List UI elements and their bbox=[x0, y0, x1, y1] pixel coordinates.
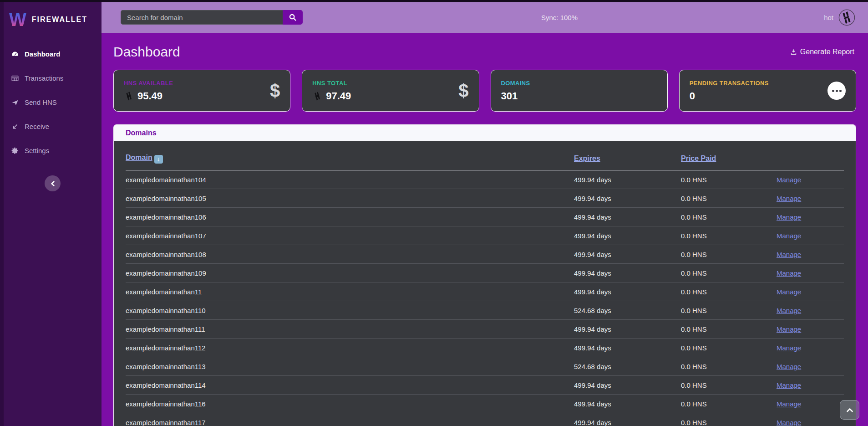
dollar-icon: $ bbox=[270, 81, 280, 101]
generate-report-label: Generate Report bbox=[800, 48, 854, 56]
sidebar-item-label: Settings bbox=[25, 147, 49, 154]
ellipsis-menu-icon[interactable] bbox=[827, 82, 846, 100]
sidebar-item-label: Receive bbox=[25, 123, 49, 130]
table-row: exampledomainnathan11 499.94 days 0.0 HN… bbox=[126, 282, 844, 301]
sidebar-item-receive[interactable]: Receive bbox=[4, 114, 102, 139]
price-paid-cell: 0.0 HNS bbox=[681, 282, 777, 301]
table-row: exampledomainnathan116 499.94 days 0.0 H… bbox=[126, 395, 844, 413]
table-row: exampledomainnathan108 499.94 days 0.0 H… bbox=[126, 245, 844, 264]
manage-link[interactable]: Manage bbox=[777, 195, 801, 202]
card-value: 301 bbox=[501, 90, 518, 102]
sidebar-item-settings[interactable]: Settings bbox=[4, 139, 102, 163]
card-label: HNS TOTAL bbox=[312, 80, 351, 87]
manage-link[interactable]: Manage bbox=[777, 288, 801, 296]
sidebar-item-send-hns[interactable]: Send HNS bbox=[4, 90, 102, 114]
manage-link[interactable]: Manage bbox=[777, 400, 801, 408]
manage-link[interactable]: Manage bbox=[777, 213, 801, 221]
expires-cell: 499.94 days bbox=[574, 339, 681, 357]
expires-cell: 499.94 days bbox=[574, 376, 681, 395]
manage-link[interactable]: Manage bbox=[777, 344, 801, 352]
sidebar: W FIREWALLET Dashboard Transactions Send… bbox=[0, 0, 102, 426]
paper-plane-icon bbox=[11, 98, 19, 107]
price-paid-cell: 0.0 HNS bbox=[681, 264, 777, 282]
card-label: DOMAINS bbox=[501, 80, 530, 87]
domain-name-cell: exampledomainnathan113 bbox=[126, 357, 574, 376]
scroll-to-top-button[interactable] bbox=[840, 400, 859, 420]
price-paid-cell: 0.0 HNS bbox=[681, 376, 777, 395]
dollar-icon: $ bbox=[458, 81, 468, 101]
price-paid-cell: 0.0 HNS bbox=[681, 301, 777, 320]
column-header-expires: Expires bbox=[574, 141, 681, 170]
column-header-price-paid: Price Paid bbox=[681, 141, 777, 170]
search-button[interactable] bbox=[283, 10, 303, 25]
sidebar-nav: Dashboard Transactions Send HNS Receive bbox=[4, 42, 102, 163]
domain-name-cell: exampledomainnathan114 bbox=[126, 376, 574, 395]
price-paid-cell: 0.0 HNS bbox=[681, 208, 777, 226]
sort-price-link[interactable]: Price Paid bbox=[681, 154, 716, 162]
expires-cell: 499.94 days bbox=[574, 208, 681, 226]
domain-name-cell: exampledomainnathan106 bbox=[126, 208, 574, 226]
hns-coin-icon bbox=[124, 91, 134, 101]
domain-name-cell: exampledomainnathan107 bbox=[126, 226, 574, 245]
domain-name-cell: exampledomainnathan104 bbox=[126, 170, 574, 189]
manage-link[interactable]: Manage bbox=[777, 419, 801, 426]
manage-link[interactable]: Manage bbox=[777, 176, 801, 184]
tachometer-icon bbox=[11, 50, 19, 58]
domains-table-body: exampledomainnathan104 499.94 days 0.0 H… bbox=[126, 170, 844, 426]
sort-expires-link[interactable]: Expires bbox=[574, 154, 600, 162]
table-row: exampledomainnathan113 524.68 days 0.0 H… bbox=[126, 357, 844, 376]
domain-name-cell: exampledomainnathan111 bbox=[126, 320, 574, 339]
price-paid-cell: 0.0 HNS bbox=[681, 395, 777, 413]
stat-cards: HNS AVAILABLE 95.49 $ HNS TOTAL bbox=[102, 60, 868, 112]
column-header-domain: Domain↓ bbox=[126, 141, 574, 170]
table-row: exampledomainnathan110 524.68 days 0.0 H… bbox=[126, 301, 844, 320]
domain-name-cell: exampledomainnathan11 bbox=[126, 282, 574, 301]
manage-link[interactable]: Manage bbox=[777, 325, 801, 333]
domain-name-cell: exampledomainnathan112 bbox=[126, 339, 574, 357]
price-paid-cell: 0.0 HNS bbox=[681, 413, 777, 426]
expires-cell: 499.94 days bbox=[574, 245, 681, 264]
manage-link[interactable]: Manage bbox=[777, 307, 801, 314]
price-paid-cell: 0.0 HNS bbox=[681, 245, 777, 264]
sort-down-icon: ↓ bbox=[154, 155, 163, 164]
topbar: Sync: 100% hot bbox=[102, 2, 868, 33]
card-domains: DOMAINS 301 bbox=[491, 70, 668, 112]
manage-link[interactable]: Manage bbox=[777, 381, 801, 389]
window-top-strip bbox=[0, 0, 868, 2]
sidebar-item-label: Dashboard bbox=[25, 50, 60, 58]
search-icon bbox=[289, 13, 297, 21]
price-paid-cell: 0.0 HNS bbox=[681, 320, 777, 339]
domain-name-cell: exampledomainnathan116 bbox=[126, 395, 574, 413]
sort-domain-link[interactable]: Domain bbox=[126, 154, 152, 161]
generate-report-button[interactable]: Generate Report bbox=[790, 48, 854, 56]
card-value: 97.49 bbox=[326, 90, 351, 102]
card-pending-transactions: PENDING TRANSACTIONS 0 bbox=[679, 70, 856, 112]
brand[interactable]: W FIREWALLET bbox=[4, 0, 102, 35]
column-header-manage bbox=[777, 141, 844, 170]
price-paid-cell: 0.0 HNS bbox=[681, 339, 777, 357]
expires-cell: 499.94 days bbox=[574, 189, 681, 208]
sidebar-item-transactions[interactable]: Transactions bbox=[4, 66, 102, 90]
expires-cell: 499.94 days bbox=[574, 395, 681, 413]
manage-link[interactable]: Manage bbox=[777, 232, 801, 240]
manage-link[interactable]: Manage bbox=[777, 363, 801, 370]
expires-cell: 499.94 days bbox=[574, 282, 681, 301]
sidebar-collapse-button[interactable] bbox=[45, 175, 61, 191]
table-row: exampledomainnathan104 499.94 days 0.0 H… bbox=[126, 170, 844, 189]
firewallet-logo-icon: W bbox=[9, 10, 26, 29]
price-paid-cell: 0.0 HNS bbox=[681, 170, 777, 189]
sync-status: Sync: 100% bbox=[541, 2, 578, 33]
card-label: HNS AVAILABLE bbox=[124, 80, 173, 87]
search-input[interactable] bbox=[121, 10, 283, 25]
gear-icon bbox=[11, 147, 19, 155]
price-paid-cell: 0.0 HNS bbox=[681, 189, 777, 208]
manage-link[interactable]: Manage bbox=[777, 269, 801, 277]
wallet-menu[interactable]: hot bbox=[824, 2, 856, 33]
domain-name-cell: exampledomainnathan105 bbox=[126, 189, 574, 208]
table-row: exampledomainnathan112 499.94 days 0.0 H… bbox=[126, 339, 844, 357]
expires-cell: 499.94 days bbox=[574, 226, 681, 245]
sidebar-item-dashboard[interactable]: Dashboard bbox=[4, 42, 102, 66]
card-hns-available: HNS AVAILABLE 95.49 $ bbox=[113, 70, 290, 112]
manage-link[interactable]: Manage bbox=[777, 251, 801, 258]
sidebar-item-label: Send HNS bbox=[25, 98, 57, 106]
